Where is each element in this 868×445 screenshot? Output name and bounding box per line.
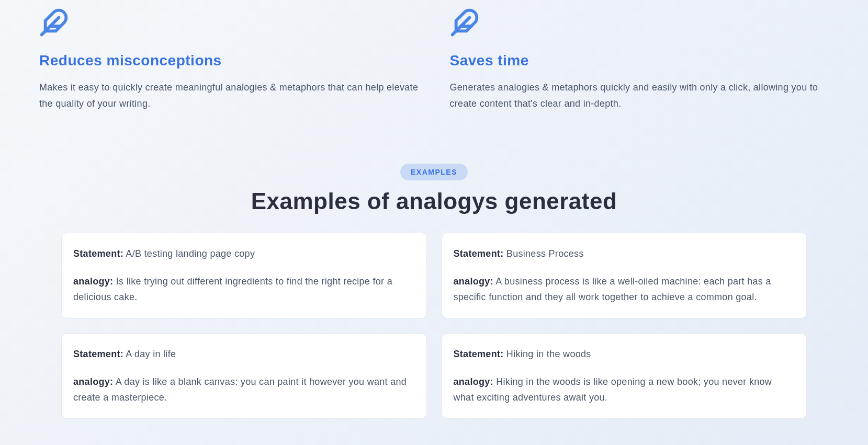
features-row: Reduces misconceptions Makes it easy to …	[39, 8, 829, 111]
cards-grid: Statement: A/B testing landing page copy…	[39, 233, 829, 419]
feature-title: Reduces misconceptions	[39, 52, 419, 69]
feature-description: Generates analogies & metaphors quickly …	[450, 79, 829, 111]
examples-badge: EXAMPLES	[400, 164, 468, 180]
analogy-label: analogy:	[73, 276, 113, 287]
card-statement: Statement: Hiking in the woods	[454, 346, 795, 362]
card-analogy: analogy: Is like trying out different in…	[73, 273, 415, 305]
card-statement: Statement: Business Process	[454, 246, 795, 262]
feature-title: Saves time	[450, 52, 829, 69]
card-analogy: analogy: A day is like a blank canvas: y…	[73, 374, 415, 406]
analogy-label: analogy:	[454, 276, 493, 287]
statement-value: A/B testing landing page copy	[126, 248, 255, 259]
feature-saves-time: Saves time Generates analogies & metapho…	[450, 8, 829, 111]
card-statement: Statement: A day in life	[73, 346, 415, 362]
feather-icon	[450, 8, 829, 39]
example-card: Statement: A day in life analogy: A day …	[61, 333, 427, 419]
analogy-value: A day is like a blank canvas: you can pa…	[73, 376, 407, 403]
section-title: Examples of analogys generated	[39, 188, 829, 214]
example-card: Statement: A/B testing landing page copy…	[61, 233, 427, 318]
card-analogy: analogy: A business process is like a we…	[454, 273, 795, 305]
statement-label: Statement:	[73, 349, 123, 359]
examples-section: EXAMPLES Examples of analogys generated …	[39, 164, 829, 419]
example-card: Statement: Hiking in the woods analogy: …	[442, 333, 807, 419]
feather-icon	[39, 8, 419, 39]
feature-reduces-misconceptions: Reduces misconceptions Makes it easy to …	[39, 8, 419, 111]
card-analogy: analogy: Hiking in the woods is like ope…	[454, 374, 795, 406]
analogy-label: analogy:	[454, 376, 493, 387]
card-statement: Statement: A/B testing landing page copy	[73, 246, 415, 262]
analogy-value: Is like trying out different ingredients…	[73, 276, 392, 303]
statement-label: Statement:	[73, 248, 123, 259]
analogy-label: analogy:	[73, 376, 113, 387]
statement-value: Hiking in the woods	[506, 349, 591, 359]
example-card: Statement: Business Process analogy: A b…	[442, 233, 807, 318]
analogy-value: Hiking in the woods is like opening a ne…	[454, 376, 772, 403]
statement-label: Statement:	[454, 349, 504, 359]
feature-description: Makes it easy to quickly create meaningf…	[39, 79, 419, 111]
statement-value: A day in life	[126, 349, 176, 359]
statement-value: Business Process	[506, 248, 584, 259]
statement-label: Statement:	[454, 248, 504, 259]
analogy-value: A business process is like a well-oiled …	[454, 276, 771, 303]
